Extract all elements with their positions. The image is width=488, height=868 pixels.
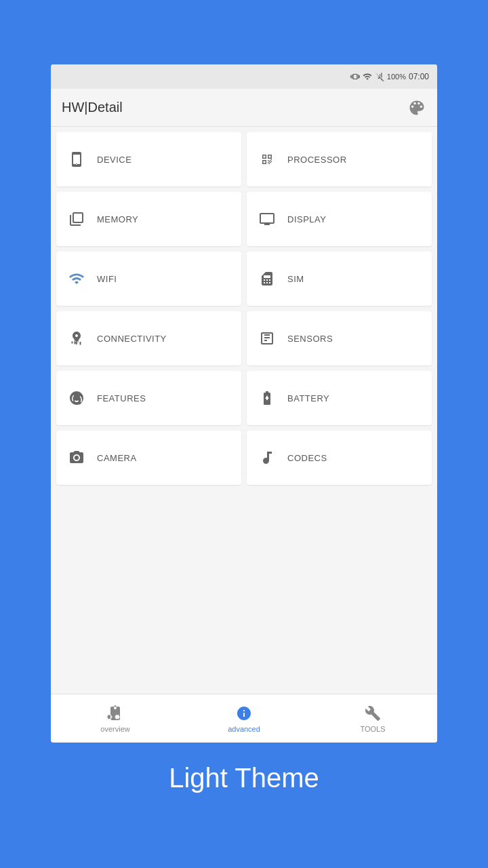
status-time: 07:00 — [409, 72, 429, 81]
grid-item-battery[interactable]: BATTERY — [247, 371, 432, 425]
wifi-label: WIFI — [97, 274, 117, 284]
camera-label: CAMERA — [97, 453, 137, 463]
android-icon — [106, 705, 124, 722]
status-icons: 100% 07:00 — [350, 72, 429, 81]
codecs-icon — [258, 448, 277, 467]
memory-label: MEMORY — [97, 214, 138, 224]
advanced-label: advanced — [228, 725, 260, 733]
memory-icon — [67, 210, 86, 229]
grid-item-display[interactable]: DISPLAY — [247, 192, 432, 246]
grid-item-sensors[interactable]: SENSORS — [247, 311, 432, 366]
connectivity-label: CONNECTIVITY — [97, 334, 167, 344]
display-icon — [258, 210, 277, 229]
sim-icon — [258, 269, 277, 288]
info-icon — [235, 705, 253, 722]
tools-label: TOOLS — [360, 725, 385, 733]
grid-item-connectivity[interactable]: CONNECTIVITY — [56, 311, 241, 366]
battery-icon — [258, 389, 277, 408]
theme-label: Light Theme — [169, 763, 319, 793]
app-header: HW|Detail — [51, 89, 437, 127]
sensors-label: SENSORS — [287, 334, 333, 344]
status-bar: 100% 07:00 — [51, 64, 437, 89]
features-icon — [67, 389, 86, 408]
grid-item-memory[interactable]: MEMORY — [56, 192, 241, 246]
grid-item-processor[interactable]: PROCESSOR — [247, 132, 432, 186]
bottom-nav: overview advanced TOOLS — [51, 694, 437, 743]
processor-label: PROCESSOR — [287, 155, 347, 165]
main-grid: DEVICE PROCESSOR MEMORY — [51, 127, 437, 490]
content-area — [51, 490, 437, 694]
grid-item-camera[interactable]: CAMERA — [56, 431, 241, 485]
camera-icon — [67, 448, 86, 467]
grid-item-features[interactable]: FEATURES — [56, 371, 241, 425]
device-icon — [67, 150, 86, 169]
app-title: HW|Detail — [62, 100, 123, 115]
phone-container: 100% 07:00 HW|Detail DEVICE — [51, 64, 437, 743]
nav-tools[interactable]: TOOLS — [308, 705, 437, 733]
device-label: DEVICE — [97, 155, 131, 165]
processor-icon — [258, 150, 277, 169]
wrench-icon — [364, 705, 382, 722]
connectivity-icon — [67, 329, 86, 348]
sim-label: SIM — [287, 274, 304, 284]
sensors-icon — [258, 329, 277, 348]
codecs-label: CODECS — [287, 453, 327, 463]
display-label: DISPLAY — [287, 214, 326, 224]
nav-overview[interactable]: overview — [51, 705, 180, 733]
grid-item-codecs[interactable]: CODECS — [247, 431, 432, 485]
features-label: FEATURES — [97, 393, 146, 403]
overview-label: overview — [100, 725, 129, 733]
grid-item-wifi[interactable]: WIFI — [56, 252, 241, 306]
battery-label: BATTERY — [287, 393, 329, 403]
wifi-icon — [67, 269, 86, 288]
palette-icon[interactable] — [407, 98, 426, 117]
grid-item-sim[interactable]: SIM — [247, 252, 432, 306]
nav-advanced[interactable]: advanced — [180, 705, 308, 733]
battery-text: 100% — [387, 73, 406, 81]
grid-item-device[interactable]: DEVICE — [56, 132, 241, 186]
